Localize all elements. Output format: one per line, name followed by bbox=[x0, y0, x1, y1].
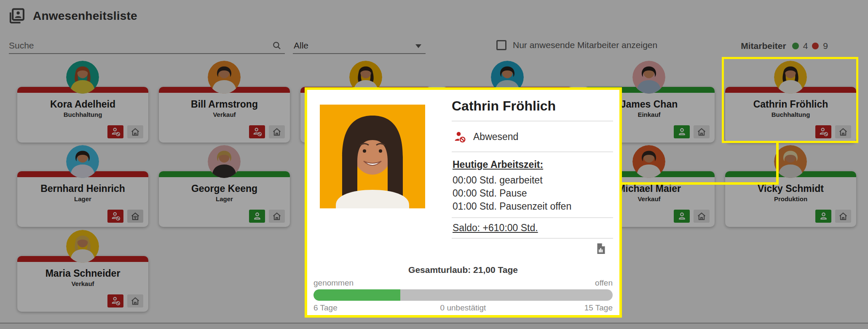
popup-details: Cathrin Fröhlich Abwesend Heutige Arbeit… bbox=[452, 98, 613, 255]
highlight-box-employee-card bbox=[722, 57, 858, 143]
highlight-connector-horizontal bbox=[619, 182, 779, 185]
person-off-icon bbox=[453, 130, 466, 144]
highlight-connector-vertical bbox=[776, 143, 779, 185]
popup-status-row: Abwesend bbox=[452, 121, 613, 151]
work-time-line: 00:00 Std. gearbeitet bbox=[452, 174, 613, 187]
document-chart-icon[interactable] bbox=[594, 242, 607, 255]
vacation-title: Gesamturlaub: 21,00 Tage bbox=[313, 265, 613, 275]
vacation-progress-bar bbox=[313, 289, 613, 301]
popup-employee-name: Cathrin Fröhlich bbox=[452, 98, 613, 121]
work-time-heading: Heutige Arbeitszeit: bbox=[453, 159, 613, 170]
vacation-unconfirmed-value: 0 unbestätigt bbox=[313, 303, 613, 313]
vacation-section: Gesamturlaub: 21,00 Tage genommen offen … bbox=[313, 265, 613, 313]
vacation-progress-fill bbox=[313, 289, 400, 301]
work-time-line: 00:00 Std. Pause bbox=[452, 187, 613, 200]
saldo-line: Saldo: +610:00 Std. bbox=[453, 222, 613, 234]
employee-detail-popup: Cathrin Fröhlich Abwesend Heutige Arbeit… bbox=[305, 87, 622, 318]
vacation-open-header: offen bbox=[595, 278, 613, 288]
popup-status-label: Abwesend bbox=[473, 131, 518, 143]
employee-photo bbox=[320, 105, 425, 208]
vacation-taken-header: genommen bbox=[313, 278, 354, 288]
divider bbox=[452, 217, 613, 218]
divider bbox=[452, 151, 613, 152]
work-time-line: 01:00 Std. Pausenzeit offen bbox=[452, 200, 613, 213]
